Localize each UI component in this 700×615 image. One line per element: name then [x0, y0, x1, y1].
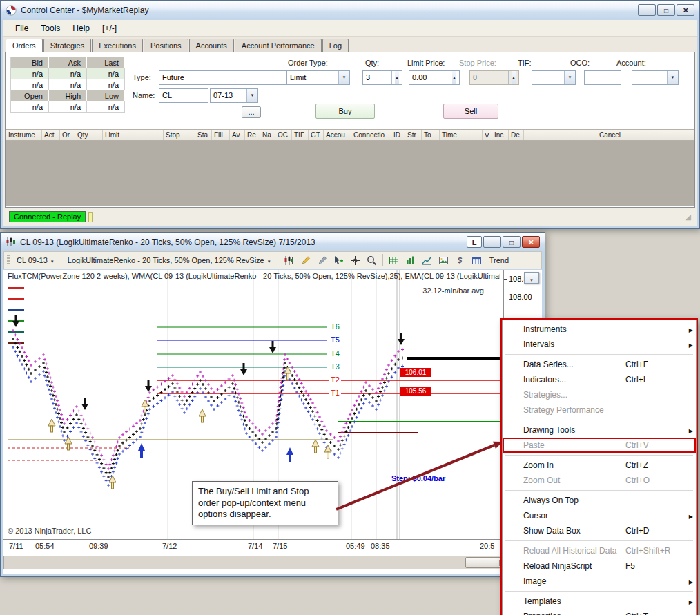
tab[interactable]: Log: [322, 39, 349, 52]
trend-tool-label[interactable]: Trend: [486, 256, 512, 264]
menu-entry[interactable]: Help: [66, 21, 96, 35]
context-menu-item[interactable]: Always On Top: [503, 493, 696, 508]
context-menu-item[interactable]: Properties... Ctrl+T: [503, 609, 696, 615]
crosshair-icon[interactable]: [348, 254, 362, 267]
context-menu-item[interactable]: Instruments: [503, 322, 696, 337]
more-button[interactable]: ...: [242, 106, 261, 118]
control-center-titlebar[interactable]: Control Center - $MyMarketReplay: [1, 1, 699, 19]
orders-column-header[interactable]: Act: [42, 130, 60, 140]
context-menu-item[interactable]: Image: [503, 574, 696, 589]
context-menu-item[interactable]: [503, 538, 696, 543]
orders-column-header[interactable]: Str: [405, 130, 422, 140]
orders-column-header[interactable]: Connectio: [351, 130, 391, 140]
bar-chart-icon[interactable]: [403, 254, 418, 267]
context-menu-item[interactable]: Zoom In Ctrl+Z: [503, 458, 696, 473]
orders-column-header[interactable]: Instrume: [6, 130, 42, 140]
buy-button[interactable]: Buy: [315, 104, 375, 119]
minimize-button[interactable]: [638, 4, 656, 16]
menu-entry[interactable]: Tools: [35, 21, 66, 35]
tif-select[interactable]: [532, 70, 576, 85]
context-menu-item[interactable]: Paste Ctrl+V: [503, 438, 696, 453]
orders-table-body[interactable]: [6, 141, 694, 206]
context-menu-item[interactable]: Strategies...: [503, 387, 696, 402]
chart-titlebar[interactable]: CL 09-13 (LogikUltimateRenko - 20 Ticks,…: [1, 233, 545, 251]
context-menu-item[interactable]: Intervals: [503, 337, 696, 352]
maximize-button[interactable]: [503, 236, 521, 248]
orders-column-header[interactable]: Time: [440, 130, 483, 140]
dollar-icon[interactable]: [453, 254, 467, 267]
context-menu-item[interactable]: Indicators... Ctrl+I: [503, 372, 696, 387]
tab[interactable]: Orders: [6, 39, 43, 52]
orders-column-header[interactable]: De: [509, 130, 524, 140]
orders-column-header[interactable]: Sta: [195, 130, 212, 140]
orders-column-header[interactable]: Inc: [492, 130, 509, 140]
oco-input[interactable]: [584, 70, 621, 85]
orders-column-header[interactable]: Na: [260, 130, 275, 140]
tab[interactable]: Positions: [144, 39, 188, 52]
instrument-selector[interactable]: CL 09-13: [14, 255, 57, 266]
context-menu-item[interactable]: Templates: [503, 594, 696, 609]
tab[interactable]: Executions: [92, 39, 143, 52]
context-menu-item[interactable]: [503, 418, 696, 422]
orders-column-header[interactable]: Qty: [75, 130, 103, 140]
context-menu-item[interactable]: [503, 488, 696, 493]
toolbar-grip-icon[interactable]: [7, 255, 10, 266]
chart-grid-icon[interactable]: [387, 254, 401, 267]
orders-column-header[interactable]: GT: [309, 130, 324, 140]
qty-stepper[interactable]: 3: [362, 70, 402, 85]
snapshot-icon[interactable]: [436, 254, 451, 267]
pointer-add-icon[interactable]: [331, 254, 346, 267]
limit-price-stepper[interactable]: 0.00: [409, 70, 460, 85]
context-menu-item[interactable]: Cursor: [503, 508, 696, 523]
spin-up-icon[interactable]: [395, 71, 399, 84]
context-menu-item[interactable]: Strategy Performance: [503, 402, 696, 418]
close-button[interactable]: [677, 4, 694, 16]
orders-column-header[interactable]: ID: [391, 130, 405, 140]
time-axis[interactable]: 7/1105:5409:397/127/147/1505:4908:3520:5: [3, 539, 542, 553]
orders-column-header[interactable]: Fill: [212, 130, 230, 140]
orders-column-header[interactable]: ∇: [483, 130, 492, 140]
minimize-button[interactable]: [483, 236, 501, 248]
context-menu-item[interactable]: Show Data Box Ctrl+D: [503, 523, 696, 538]
tab[interactable]: Account Performance: [235, 39, 322, 52]
orders-column-header[interactable]: Or: [60, 130, 75, 140]
orders-column-header[interactable]: To: [422, 130, 440, 140]
horizontal-scrollbar[interactable]: [3, 556, 542, 569]
maximize-button[interactable]: [657, 4, 675, 16]
orders-column-header[interactable]: Accou: [324, 130, 351, 140]
context-menu-item[interactable]: [503, 453, 696, 458]
account-select[interactable]: [632, 70, 679, 85]
orders-column-header[interactable]: OC: [275, 130, 292, 140]
close-button[interactable]: [522, 236, 540, 248]
line-chart-icon[interactable]: [420, 254, 434, 267]
instrument-type-select[interactable]: Future: [159, 70, 302, 85]
orders-column-header[interactable]: TIF: [292, 130, 309, 140]
series-selector[interactable]: LogikUltimateRenko - 20 Ticks, 50% Open,…: [65, 255, 274, 266]
candlestick-chart-icon[interactable]: [282, 254, 296, 267]
link-button[interactable]: L: [467, 236, 482, 248]
menu-entry[interactable]: [+/-]: [96, 21, 123, 35]
sell-button[interactable]: Sell: [443, 104, 498, 119]
context-menu-item[interactable]: Zoom Out Ctrl+O: [503, 473, 696, 488]
data-table-icon[interactable]: [469, 254, 484, 267]
order-type-select[interactable]: Limit: [286, 70, 350, 85]
context-menu-item[interactable]: Drawing Tools: [503, 422, 696, 438]
resize-grip-icon[interactable]: [686, 213, 691, 222]
orders-column-header[interactable]: Cancel: [524, 130, 694, 140]
menu-entry[interactable]: File: [9, 21, 35, 35]
context-menu-item[interactable]: Reload All Historical Data Ctrl+Shift+R: [503, 543, 696, 558]
tab[interactable]: Accounts: [189, 39, 234, 52]
context-menu-item[interactable]: [503, 589, 696, 594]
orders-column-header[interactable]: Re: [245, 130, 260, 140]
pencil-icon[interactable]: [298, 254, 313, 267]
tab[interactable]: Strategies: [43, 39, 92, 52]
orders-column-header[interactable]: Av: [230, 130, 245, 140]
drawing-tool-icon[interactable]: [315, 254, 329, 267]
instrument-name-input[interactable]: CL: [159, 88, 208, 103]
expiry-select[interactable]: 07-13: [210, 88, 258, 103]
context-menu-item[interactable]: [503, 352, 696, 357]
context-menu-item[interactable]: Data Series... Ctrl+F: [503, 357, 696, 372]
context-menu-item[interactable]: Reload NinjaScript F5: [503, 558, 696, 574]
panel-dropdown-button[interactable]: [524, 272, 539, 284]
orders-column-header[interactable]: Stop: [164, 130, 195, 140]
